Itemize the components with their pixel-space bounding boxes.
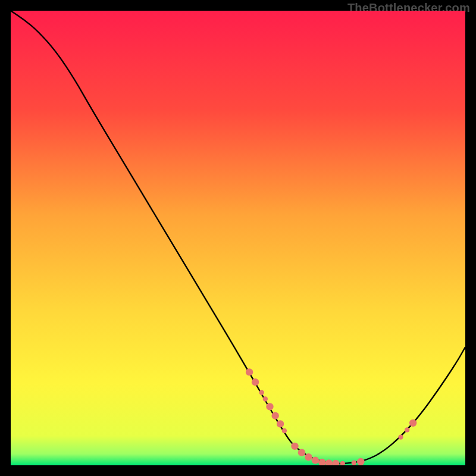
trend-marker	[357, 458, 364, 465]
trend-marker	[266, 403, 273, 410]
trend-marker	[252, 378, 259, 386]
trend-marker	[282, 428, 287, 433]
trend-marker	[263, 396, 268, 401]
trend-marker	[298, 449, 305, 456]
trend-marker	[277, 420, 284, 427]
trend-marker	[409, 419, 416, 427]
chart-stage: TheBottlenecker.com	[0, 0, 476, 476]
trend-marker	[312, 456, 319, 464]
trend-marker	[352, 461, 356, 465]
trend-marker	[291, 443, 298, 450]
trend-marker	[259, 390, 264, 395]
trend-marker	[271, 412, 278, 419]
trend-marker	[246, 368, 253, 375]
trend-marker	[305, 453, 312, 461]
trend-marker	[405, 427, 409, 432]
trend-marker	[398, 434, 403, 439]
chart-svg	[11, 11, 465, 465]
gradient-background	[11, 11, 465, 465]
plot-area	[11, 11, 465, 465]
